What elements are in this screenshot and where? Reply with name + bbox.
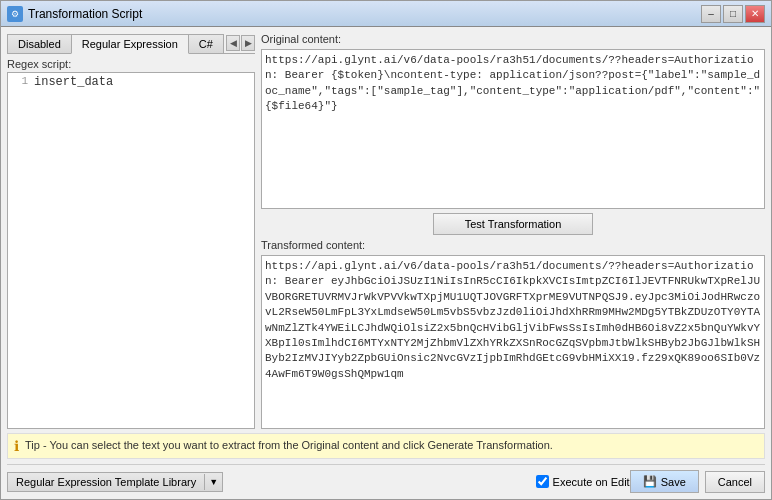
transformation-script-window: ⚙ Transformation Script – □ ✕ Disabled R… [0,0,772,500]
save-icon: 💾 [643,475,657,488]
template-library-arrow-icon: ▼ [204,474,222,490]
bottom-right: 💾 Save Cancel [630,470,765,493]
tip-text: Tip - You can select the text you want t… [25,438,553,453]
execute-on-edit-checkbox[interactable] [536,475,549,488]
tab-nav: ◀ ▶ [226,35,255,51]
save-label: Save [661,476,686,488]
right-panel: Original content: https://api.glynt.ai/v… [261,33,765,429]
tab-bar: Disabled Regular Expression C# ◀ ▶ [7,33,255,54]
bottom-left: Regular Expression Template Library ▼ [7,472,536,492]
tab-regex[interactable]: Regular Expression [71,34,189,54]
tab-csharp[interactable]: C# [188,34,224,54]
title-bar: ⚙ Transformation Script – □ ✕ [1,1,771,27]
window-title: Transformation Script [28,7,142,21]
line-number-1: 1 [10,75,34,87]
tab-disabled[interactable]: Disabled [7,34,72,54]
window-controls: – □ ✕ [701,5,765,23]
top-section: Disabled Regular Expression C# ◀ ▶ Regex… [7,33,765,429]
content-area: Disabled Regular Expression C# ◀ ▶ Regex… [1,27,771,499]
cancel-button[interactable]: Cancel [705,471,765,493]
save-button[interactable]: 💾 Save [630,470,699,493]
title-bar-left: ⚙ Transformation Script [7,6,142,22]
tab-prev-arrow[interactable]: ◀ [226,35,240,51]
code-editor[interactable]: 1 insert_data [7,72,255,429]
bottom-section: ℹ Tip - You can select the text you want… [7,433,765,493]
left-panel: Disabled Regular Expression C# ◀ ▶ Regex… [7,33,255,429]
test-btn-row: Test Transformation [261,213,765,235]
close-button[interactable]: ✕ [745,5,765,23]
tip-bar: ℹ Tip - You can select the text you want… [7,433,765,459]
tab-next-arrow[interactable]: ▶ [241,35,255,51]
bottom-bar: Regular Expression Template Library ▼ Ex… [7,470,765,493]
original-content-label: Original content: [261,33,765,45]
template-library-button[interactable]: Regular Expression Template Library ▼ [7,472,223,492]
regex-script-label: Regex script: [7,54,255,72]
window-icon: ⚙ [7,6,23,22]
transformed-content-box[interactable]: https://api.glynt.ai/v6/data-pools/ra3h5… [261,255,765,429]
test-transformation-button[interactable]: Test Transformation [433,213,593,235]
maximize-button[interactable]: □ [723,5,743,23]
original-content-text: https://api.glynt.ai/v6/data-pools/ra3h5… [265,54,760,112]
original-content-box[interactable]: https://api.glynt.ai/v6/data-pools/ra3h5… [261,49,765,209]
tip-icon: ℹ [14,438,19,454]
execute-on-edit-label: Execute on Edit [553,476,630,488]
transformed-content-text: https://api.glynt.ai/v6/data-pools/ra3h5… [265,260,760,380]
transformed-content-label: Transformed content: [261,239,765,251]
separator [7,464,765,465]
execute-on-edit-container: Execute on Edit [536,475,630,488]
code-content-1: insert_data [34,75,113,89]
minimize-button[interactable]: – [701,5,721,23]
template-library-label: Regular Expression Template Library [8,473,204,491]
code-line-1: 1 insert_data [10,75,252,89]
